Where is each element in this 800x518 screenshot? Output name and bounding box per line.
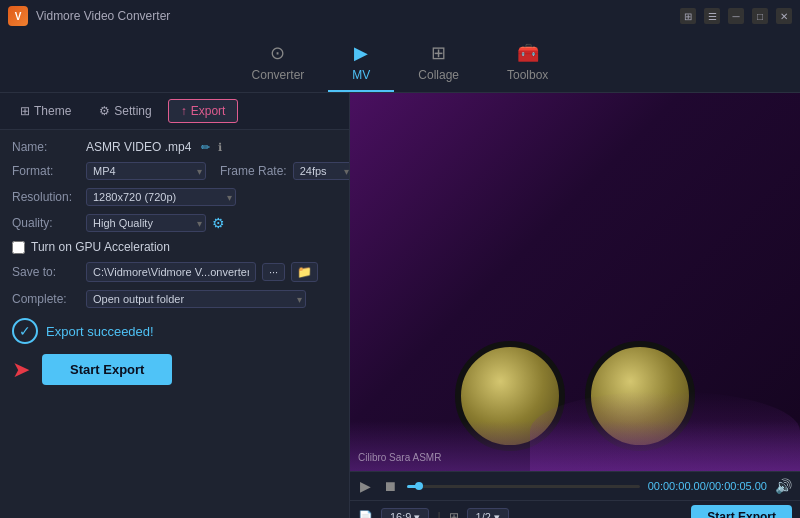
saveto-label: Save to: bbox=[12, 265, 80, 279]
app-title: Vidmore Video Converter bbox=[36, 9, 680, 23]
start-export-right-button[interactable]: Start Export bbox=[691, 505, 792, 518]
setting-icon: ⚙ bbox=[99, 104, 110, 118]
format-select[interactable]: MP4 bbox=[86, 162, 206, 180]
tab-theme[interactable]: ⊞ Theme bbox=[8, 100, 83, 122]
split-chevron: ▾ bbox=[494, 511, 500, 519]
total-time: 00:00:05.00 bbox=[709, 480, 767, 492]
complete-select[interactable]: Open output folder bbox=[86, 290, 306, 308]
nav-converter-label: Converter bbox=[252, 68, 305, 82]
video-time: 00:00:00.00/00:00:05.00 bbox=[648, 480, 767, 492]
quality-label: Quality: bbox=[12, 216, 80, 230]
complete-label: Complete: bbox=[12, 292, 80, 306]
progress-bar[interactable] bbox=[407, 485, 640, 488]
collage-icon: ⊞ bbox=[431, 42, 446, 64]
right-panel: Cilibro Sara ASMR ▶ ⏹ 00:00:00.00/00:00:… bbox=[350, 93, 800, 518]
clip-icon: 📄 bbox=[358, 510, 373, 518]
form-area: Name: ASMR VIDEO .mp4 ✏ ℹ Format: MP4 Fr… bbox=[0, 130, 349, 518]
tab-export[interactable]: ↑ Export bbox=[168, 99, 239, 123]
name-value: ASMR VIDEO .mp4 bbox=[86, 140, 191, 154]
current-time: 00:00:00.00 bbox=[648, 480, 706, 492]
split-button[interactable]: 1/2 ▾ bbox=[467, 508, 509, 519]
framerate-select-wrap: 24fps bbox=[293, 162, 349, 180]
left-panel: ⊞ Theme ⚙ Setting ↑ Export Name: ASMR VI… bbox=[0, 93, 350, 518]
gpu-row: Turn on GPU Acceleration bbox=[12, 240, 337, 254]
maximize-btn[interactable]: □ bbox=[752, 8, 768, 24]
framerate-label: Frame Rate: bbox=[220, 164, 287, 178]
play-button[interactable]: ▶ bbox=[358, 476, 373, 496]
edit-name-icon[interactable]: ✏ bbox=[201, 141, 210, 154]
tab-export-label: Export bbox=[191, 104, 226, 118]
video-watermark: Cilibro Sara ASMR bbox=[358, 452, 441, 463]
tab-setting[interactable]: ⚙ Setting bbox=[87, 100, 163, 122]
framerate-select[interactable]: 24fps bbox=[293, 162, 349, 180]
ratio-value: 16:9 bbox=[390, 511, 411, 518]
success-icon: ✓ bbox=[12, 318, 38, 344]
saveto-row: Save to: ··· 📁 bbox=[12, 262, 337, 282]
close-btn[interactable]: ✕ bbox=[776, 8, 792, 24]
open-folder-btn[interactable]: 📁 bbox=[291, 262, 318, 282]
subtabs: ⊞ Theme ⚙ Setting ↑ Export bbox=[0, 93, 349, 130]
resolution-select[interactable]: 1280x720 (720p) bbox=[86, 188, 236, 206]
quality-row: Quality: High Quality ⚙ bbox=[12, 214, 337, 232]
converter-icon: ⊙ bbox=[270, 42, 285, 64]
nav-toolbox-label: Toolbox bbox=[507, 68, 548, 82]
resolution-select-wrap: 1280x720 (720p) bbox=[86, 188, 236, 206]
stop-button[interactable]: ⏹ bbox=[381, 476, 399, 496]
browse-dots-btn[interactable]: ··· bbox=[262, 263, 285, 281]
split-icon: ⊞ bbox=[449, 510, 459, 518]
name-row: Name: ASMR VIDEO .mp4 ✏ ℹ bbox=[12, 140, 337, 154]
format-row: Format: MP4 Frame Rate: 24fps bbox=[12, 162, 337, 180]
gpu-label: Turn on GPU Acceleration bbox=[31, 240, 170, 254]
titlebar: V Vidmore Video Converter ⊞ ☰ ─ □ ✕ bbox=[0, 0, 800, 32]
quality-select-wrap: High Quality bbox=[86, 214, 206, 232]
ratio-button[interactable]: 16:9 ▾ bbox=[381, 508, 429, 519]
start-export-left-button[interactable]: Start Export bbox=[42, 354, 172, 385]
success-text: Export succeeded! bbox=[46, 324, 154, 339]
tab-theme-label: Theme bbox=[34, 104, 71, 118]
ratio-chevron: ▾ bbox=[414, 511, 420, 519]
tab-setting-label: Setting bbox=[114, 104, 151, 118]
nav-converter[interactable]: ⊙ Converter bbox=[228, 36, 329, 92]
export-icon: ↑ bbox=[181, 104, 187, 118]
video-content: Cilibro Sara ASMR bbox=[350, 93, 800, 471]
main-layout: ⊞ Theme ⚙ Setting ↑ Export Name: ASMR VI… bbox=[0, 93, 800, 518]
format-select-wrap: MP4 bbox=[86, 162, 206, 180]
progress-thumb bbox=[415, 482, 423, 490]
success-row: ✓ Export succeeded! bbox=[12, 318, 337, 344]
arrow-icon: ➤ bbox=[12, 357, 30, 383]
nav-collage-label: Collage bbox=[418, 68, 459, 82]
gpu-checkbox[interactable] bbox=[12, 241, 25, 254]
top-nav: ⊙ Converter ▶ MV ⊞ Collage 🧰 Toolbox bbox=[0, 32, 800, 93]
video-background: Cilibro Sara ASMR bbox=[350, 93, 800, 471]
video-controls: ▶ ⏹ 00:00:00.00/00:00:05.00 🔊 bbox=[350, 471, 800, 500]
complete-row: Complete: Open output folder bbox=[12, 290, 337, 308]
window-controls: ⊞ ☰ ─ □ ✕ bbox=[680, 8, 792, 24]
quality-select[interactable]: High Quality bbox=[86, 214, 206, 232]
mv-icon: ▶ bbox=[354, 42, 368, 64]
nav-mv-label: MV bbox=[352, 68, 370, 82]
minimize-btn[interactable]: ─ bbox=[728, 8, 744, 24]
info-icon[interactable]: ℹ bbox=[218, 141, 222, 154]
menu-btn[interactable]: ☰ bbox=[704, 8, 720, 24]
export-btn-row: ➤ Start Export bbox=[12, 354, 337, 385]
name-label: Name: bbox=[12, 140, 80, 154]
nav-mv[interactable]: ▶ MV bbox=[328, 36, 394, 92]
resolution-label: Resolution: bbox=[12, 190, 80, 204]
toolbox-icon: 🧰 bbox=[517, 42, 539, 64]
format-label: Format: bbox=[12, 164, 80, 178]
nav-toolbox[interactable]: 🧰 Toolbox bbox=[483, 36, 572, 92]
grid-btn[interactable]: ⊞ bbox=[680, 8, 696, 24]
app-logo: V bbox=[8, 6, 28, 26]
nav-collage[interactable]: ⊞ Collage bbox=[394, 36, 483, 92]
quality-gear-icon[interactable]: ⚙ bbox=[212, 215, 225, 231]
complete-select-wrap: Open output folder bbox=[86, 290, 306, 308]
volume-icon[interactable]: 🔊 bbox=[775, 478, 792, 494]
resolution-row: Resolution: 1280x720 (720p) bbox=[12, 188, 337, 206]
saveto-input[interactable] bbox=[86, 262, 256, 282]
video-area: Cilibro Sara ASMR bbox=[350, 93, 800, 471]
split-value: 1/2 bbox=[476, 511, 491, 518]
video-controls-2: 📄 16:9 ▾ | ⊞ 1/2 ▾ Start Export bbox=[350, 500, 800, 518]
theme-icon: ⊞ bbox=[20, 104, 30, 118]
